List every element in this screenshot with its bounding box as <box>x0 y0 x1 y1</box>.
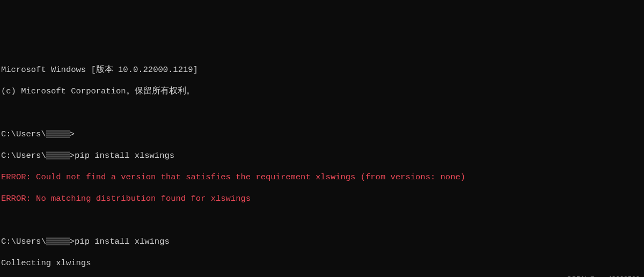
prompt-empty[interactable]: C:\Users\> <box>1 129 643 140</box>
redacted-username <box>46 151 70 159</box>
prompt-prefix: C:\Users\ <box>1 237 46 246</box>
prompt-gt: > <box>70 151 75 161</box>
terminal[interactable]: Microsoft Windows [版本 10.0.22000.1219] (… <box>0 54 644 277</box>
collecting-xlwings: Collecting xlwings <box>1 258 643 268</box>
prompt-prefix: C:\Users\ <box>1 129 46 139</box>
prompt-gt: > <box>70 129 75 139</box>
prompt-gt: > <box>70 237 75 246</box>
redacted-username <box>46 130 70 138</box>
error-line-2: ERROR: No matching distribution found fo… <box>1 193 643 204</box>
blank <box>1 107 643 118</box>
error-line-1: ERROR: Could not find a version that sat… <box>1 172 643 183</box>
watermark: CSDN @qq_43268506 <box>566 274 640 277</box>
redacted-username <box>46 237 70 245</box>
banner-line-1: Microsoft Windows [版本 10.0.22000.1219] <box>1 64 643 75</box>
prompt-install[interactable]: C:\Users\>pip install xlwings <box>1 236 643 247</box>
blank <box>1 215 643 225</box>
command-text: pip install xlwings <box>75 237 170 246</box>
command-text: pip install xlswings <box>75 151 174 161</box>
banner-line-2: (c) Microsoft Corporation。保留所有权利。 <box>1 86 643 97</box>
prompt-prefix: C:\Users\ <box>1 151 46 161</box>
prompt-typo[interactable]: C:\Users\>pip install xlswings <box>1 150 643 161</box>
